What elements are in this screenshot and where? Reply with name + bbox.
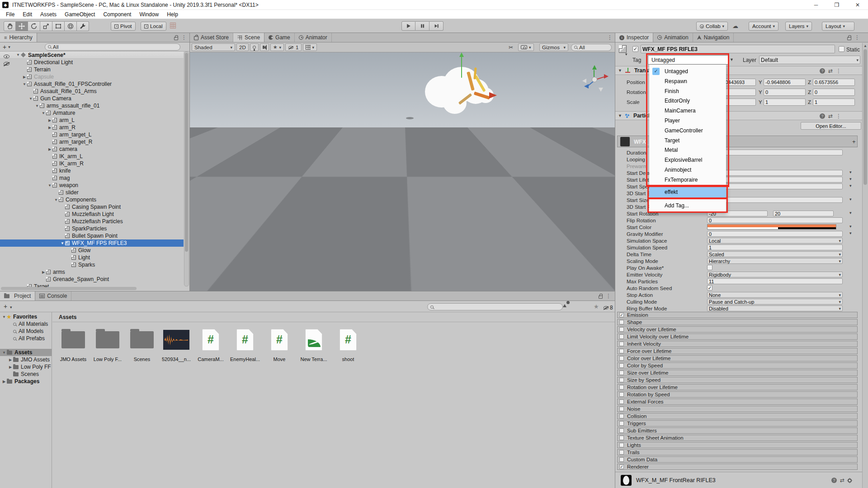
- tab-console[interactable]: Console: [35, 291, 71, 300]
- foldout-arrow-icon[interactable]: ▼: [22, 82, 27, 86]
- prop-field-gravity-modifier[interactable]: 0: [707, 231, 843, 237]
- module-velocity-over-lifetime[interactable]: Velocity over Lifetime: [617, 326, 858, 333]
- material-thumbnail[interactable]: [621, 475, 632, 486]
- module-checkbox[interactable]: [619, 421, 624, 426]
- hierarchy-item-sparkparticles[interactable]: SparkParticles: [0, 225, 184, 232]
- asset-520934-n-[interactable]: 520934__n...: [159, 323, 193, 373]
- menu-gameobject[interactable]: GameObject: [61, 11, 99, 18]
- presets-icon[interactable]: ⇄: [828, 113, 833, 119]
- module-limit-velocity-over-lifetime[interactable]: Limit Velocity over Lifetime: [617, 333, 858, 340]
- prop-field-max-particles[interactable]: 11: [707, 278, 843, 284]
- prop-color-start-color[interactable]: [707, 224, 836, 230]
- open-editor-button[interactable]: Open Editor...: [801, 122, 861, 130]
- module-checkbox[interactable]: [619, 356, 624, 361]
- hierarchy-item-assault-rifle-01-arms[interactable]: Assault_Rifle_01_Arms: [0, 88, 184, 95]
- camera-dropdown[interactable]: ▾: [518, 43, 534, 51]
- add-button[interactable]: +: [4, 303, 7, 310]
- hierarchy-item-casing-spawn-point[interactable]: Casing Spawn Point: [0, 203, 184, 211]
- help-icon[interactable]: ?: [831, 478, 837, 483]
- gizmo-y-cone[interactable]: [592, 65, 597, 70]
- collab-button[interactable]: Collab▾: [696, 22, 728, 31]
- menu-component[interactable]: Component: [99, 11, 135, 18]
- project-tree-all-prefabs[interactable]: All Prefabs: [0, 335, 52, 342]
- asset-shoot[interactable]: shoot: [331, 323, 365, 373]
- asset-jmo-assets[interactable]: JMO Assets: [56, 323, 90, 373]
- hierarchy-item-grenade-spawn-point[interactable]: Grenade_Spawn_Point: [0, 276, 184, 283]
- hierarchy-search-input[interactable]: All: [45, 43, 180, 51]
- active-checkbox[interactable]: ✓: [632, 46, 638, 52]
- menu-edit[interactable]: Edit: [19, 11, 36, 18]
- module-checkbox[interactable]: [619, 443, 624, 447]
- restart-button[interactable]: Restart: [542, 203, 575, 211]
- prop-field-duration[interactable]: [707, 150, 843, 155]
- tag-option-fxtemporaire[interactable]: FxTemporaire: [649, 175, 726, 185]
- project-tree-low-poly-ff[interactable]: ▶Low Poly FF: [0, 363, 52, 371]
- foldout-arrow-icon[interactable]: ▶: [47, 118, 52, 122]
- chevron-down-icon[interactable]: ▾: [10, 305, 12, 310]
- foldout-arrow-icon[interactable]: ▼: [618, 113, 622, 118]
- chevron-down-icon[interactable]: ▾: [625, 52, 627, 56]
- scene-visibility-toggle[interactable]: 1: [285, 43, 301, 51]
- menu-window[interactable]: Window: [135, 11, 163, 18]
- module-checkbox[interactable]: ✓: [619, 465, 624, 469]
- module-color-by-speed[interactable]: Color by Speed: [617, 362, 858, 369]
- help-icon[interactable]: ?: [820, 68, 825, 74]
- asset-move[interactable]: Move: [262, 323, 297, 373]
- module-collision[interactable]: Collision: [617, 413, 858, 419]
- scene-visibility-eye-off-icon[interactable]: [4, 61, 9, 67]
- static-checkbox[interactable]: [839, 46, 844, 52]
- project-tree-packages[interactable]: ▶Packages: [0, 378, 52, 385]
- module-checkbox[interactable]: [619, 407, 624, 411]
- project-tree-all-models[interactable]: All Models: [0, 328, 52, 335]
- foldout-arrow-icon[interactable]: ▶: [8, 365, 13, 369]
- foldout-arrow-icon[interactable]: ▼: [618, 68, 622, 73]
- prop-enum-scaling-mode[interactable]: Hierarchy▾: [707, 258, 843, 264]
- help-icon[interactable]: ?: [820, 113, 825, 119]
- foldout-arrow-icon[interactable]: ▶: [47, 126, 52, 130]
- gizmo-center[interactable]: [592, 77, 597, 82]
- tag-option-maincamera[interactable]: MainCamera: [649, 106, 726, 116]
- module-texture-sheet-animation[interactable]: Texture Sheet Animation: [617, 435, 858, 441]
- gizmo-x-cone[interactable]: [604, 74, 609, 79]
- pause-button[interactable]: Pause: [509, 203, 541, 211]
- rotation-z-field[interactable]: 0: [813, 89, 855, 96]
- gameobject-name-field[interactable]: WFX_MF FPS RIFLE3: [641, 45, 835, 53]
- prop-enum-stop-action[interactable]: None▾: [707, 292, 843, 298]
- curve-selector-caret[interactable]: ▾: [849, 224, 852, 229]
- kebab-menu-icon[interactable]: ⋮: [606, 293, 611, 299]
- local-toggle[interactable]: Local: [141, 22, 166, 31]
- position-z-field[interactable]: 0.6573556: [813, 79, 855, 86]
- lock-icon[interactable]: [599, 296, 603, 299]
- checkbox[interactable]: [510, 269, 515, 275]
- hierarchy-item-ik-arm-r[interactable]: IK_arm_R: [0, 160, 184, 167]
- module-checkbox[interactable]: [619, 436, 624, 440]
- hierarchy-item-glow[interactable]: Glow: [0, 247, 184, 254]
- prop-field-flip-rotation[interactable]: 0: [707, 217, 843, 223]
- position-y-field[interactable]: -0.9648806: [764, 79, 806, 86]
- foldout-arrow-icon[interactable]: ▼: [41, 111, 46, 115]
- hidden-count[interactable]: 8: [603, 305, 613, 311]
- tag-option-metal[interactable]: Metal: [649, 145, 726, 155]
- module-external-forces[interactable]: External Forces: [617, 399, 858, 405]
- project-tree-all-materials[interactable]: All Materials: [0, 320, 52, 328]
- rotation-y-field[interactable]: 0: [764, 89, 806, 96]
- tag-option-finish[interactable]: Finish: [649, 86, 726, 96]
- module-noise[interactable]: Noise: [617, 406, 858, 412]
- foldout-arrow-icon[interactable]: ▼: [1, 351, 7, 355]
- transform-tool[interactable]: [65, 21, 77, 31]
- tab-game[interactable]: Game: [264, 33, 295, 42]
- hierarchy-item-arms-assault-rifle-01[interactable]: ▼arms_assault_rifle_01: [0, 102, 184, 109]
- project-tree-jmo-assets[interactable]: ▶JMO Assets: [0, 356, 52, 363]
- prop-check-auto-random-seed[interactable]: ✓: [707, 285, 712, 291]
- hierarchy-item-weapon[interactable]: ▼weapon: [0, 182, 184, 189]
- prop-enum-emitter-velocity[interactable]: Rigidbody▾: [707, 272, 843, 277]
- gizmo-neg-cone[interactable]: [582, 79, 586, 83]
- curve-selector-caret[interactable]: ▾: [849, 170, 852, 174]
- scene-search-input[interactable]: All: [571, 44, 612, 51]
- favorites-star-icon[interactable]: ★: [594, 303, 599, 310]
- foldout-arrow-icon[interactable]: ▶: [22, 75, 27, 79]
- 2d-toggle[interactable]: 2D: [236, 43, 249, 51]
- tool-settings-button[interactable]: ✂: [506, 43, 515, 51]
- grid-dropdown[interactable]: ▾: [303, 43, 317, 51]
- gizmo-z-cone[interactable]: [584, 84, 589, 89]
